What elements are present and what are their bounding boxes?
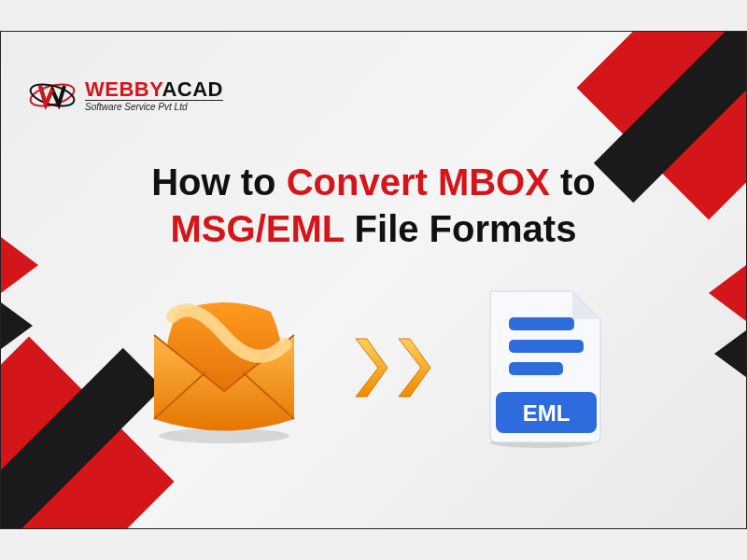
headline-highlight: MSG/EML bbox=[171, 208, 345, 249]
logo-text: WEBBYACAD Software Service Pvt Ltd bbox=[85, 79, 223, 112]
illustration-row: EML bbox=[1, 284, 746, 452]
logo-mark-icon bbox=[29, 77, 76, 114]
headline-text: How to bbox=[151, 161, 286, 203]
brand-name-part-2: ACAD bbox=[162, 77, 223, 101]
arrow-chevrons-icon bbox=[341, 330, 444, 405]
headline: How to Convert MBOX to MSG/EML File Form… bbox=[1, 159, 746, 252]
svg-rect-6 bbox=[509, 362, 563, 375]
promo-graphic: WEBBYACAD Software Service Pvt Ltd How t… bbox=[0, 31, 747, 529]
brand-name-part-1: WEBBY bbox=[85, 77, 162, 101]
brand-logo: WEBBYACAD Software Service Pvt Ltd bbox=[29, 77, 223, 114]
headline-text: File Formats bbox=[344, 208, 576, 249]
headline-highlight: Convert MBOX bbox=[287, 161, 550, 203]
eml-file-icon: EML bbox=[472, 284, 612, 452]
eml-label-text: EML bbox=[523, 400, 571, 426]
brand-tagline: Software Service Pvt Ltd bbox=[85, 100, 223, 112]
mbox-envelope-icon bbox=[135, 288, 313, 447]
headline-text: to bbox=[550, 161, 596, 203]
svg-rect-4 bbox=[509, 317, 574, 330]
svg-rect-5 bbox=[509, 340, 584, 353]
